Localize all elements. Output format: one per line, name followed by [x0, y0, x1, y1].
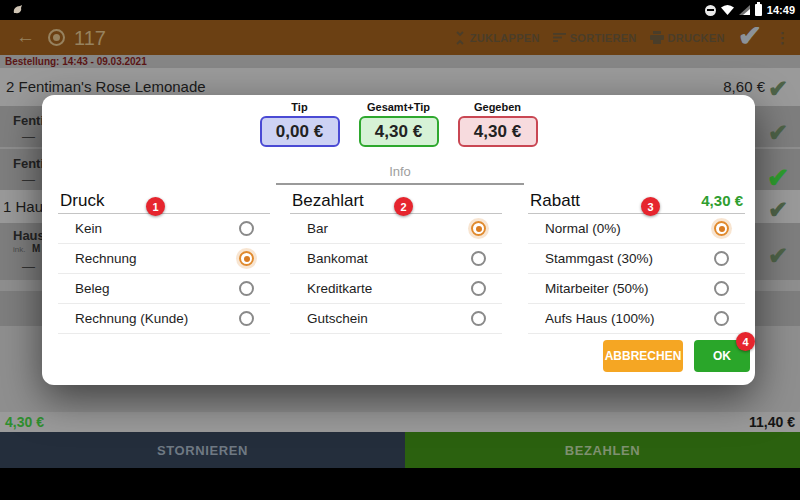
amount-boxes: Tip 0,00 € Gesamt+Tip 4,30 € Gegeben 4,3… [42, 101, 755, 147]
subitem-name: Haus [13, 228, 45, 243]
step-badge-1: 1 [146, 197, 165, 216]
info-input[interactable] [276, 159, 524, 185]
battery-icon [755, 4, 762, 16]
subitem-name: Fenti [13, 156, 44, 171]
table-icon [48, 29, 65, 46]
pos-app-screen: 14:49 ← 117 ZUKLAPPEN SORTIEREN [0, 0, 800, 500]
radio-unselected-icon[interactable] [239, 311, 254, 326]
radio-selected-icon[interactable] [239, 251, 254, 266]
step-badge-4: 4 [736, 332, 755, 351]
subitem-dash: — [22, 172, 35, 187]
subtotal-value: 4,30 € [5, 414, 44, 430]
total-plus-tip-input[interactable]: 4,30 € [359, 116, 439, 147]
radio-option-aufs-haus[interactable]: Aufs Haus (100%) [528, 304, 745, 334]
bezahlen-button[interactable]: BEZAHLEN [405, 432, 800, 468]
radio-unselected-icon[interactable] [471, 251, 486, 266]
print-action-label: DRUCKEN [668, 32, 725, 44]
option-label: Mitarbeiter (50%) [545, 281, 649, 296]
option-label: Kreditkarte [307, 281, 372, 296]
item-price: 8,60 € [723, 78, 765, 95]
item-check-icon[interactable]: ✔ [763, 119, 793, 147]
totals-bar: 4,30 € 11,40 € [0, 412, 800, 432]
radio-unselected-icon[interactable] [239, 281, 254, 296]
option-label: Beleg [75, 281, 110, 296]
subitem-meta: M [32, 243, 40, 254]
radio-option-rechnung[interactable]: Rechnung [58, 244, 270, 274]
order-header-label: Bestellung: 14:43 - 09.03.2021 [5, 56, 147, 67]
radio-option-normal[interactable]: Normal (0%) [528, 214, 745, 244]
status-time: 14:49 [767, 4, 795, 16]
total-plus-tip-label: Gesamt+Tip [367, 101, 430, 113]
item-check-icon-highlighted[interactable]: ✔ [763, 162, 793, 194]
do-not-disturb-icon [705, 5, 716, 16]
subitem-meta: ink. [13, 245, 25, 254]
option-label: Rechnung (Kunde) [75, 311, 188, 326]
radio-unselected-icon[interactable] [714, 311, 729, 326]
signal-icon [739, 5, 750, 15]
option-label: Aufs Haus (100%) [545, 311, 655, 326]
tip-input[interactable]: 0,00 € [260, 116, 340, 147]
sort-action-button[interactable]: SORTIEREN [553, 32, 637, 44]
step-badge-3: 3 [641, 197, 660, 216]
step-badge-2: 2 [394, 197, 413, 216]
unfold-less-icon [454, 31, 466, 45]
stornieren-button[interactable]: STORNIEREN [0, 432, 405, 468]
order-header-bar: Bestellung: 14:43 - 09.03.2021 [0, 55, 800, 68]
back-arrow-icon[interactable]: ← [16, 26, 35, 48]
wifi-icon [721, 5, 734, 15]
given-input[interactable]: 4,30 € [458, 116, 538, 147]
cancel-button[interactable]: ABBRECHEN [603, 340, 683, 372]
radio-option-kreditkarte[interactable]: Kreditkarte [290, 274, 502, 304]
given-field-group: Gegeben 4,30 € [458, 101, 538, 147]
option-label: Bar [307, 221, 328, 236]
subitem-dash: — [22, 129, 35, 144]
option-label: Bankomat [307, 251, 368, 266]
item-check-icon[interactable]: ✔ [763, 242, 793, 270]
payment-dialog: Tip 0,00 € Gesamt+Tip 4,30 € Gegeben 4,3… [42, 95, 755, 385]
tip-label: Tip [291, 101, 307, 113]
android-nav-bar [0, 468, 800, 500]
total-value: 11,40 € [749, 414, 795, 430]
radio-option-kein[interactable]: Kein [58, 214, 270, 244]
option-label: Kein [75, 221, 102, 236]
radio-unselected-icon[interactable] [714, 281, 729, 296]
section-title: Druck [60, 191, 104, 211]
radio-unselected-icon[interactable] [239, 221, 254, 236]
radio-unselected-icon[interactable] [471, 311, 486, 326]
radio-selected-icon[interactable] [714, 221, 729, 236]
radio-option-stammgast[interactable]: Stammgast (30%) [528, 244, 745, 274]
radio-option-rechnung-kunde[interactable]: Rechnung (Kunde) [58, 304, 270, 334]
item-check-icon[interactable]: ✔ [763, 75, 793, 103]
section-title: Bezahlart [292, 191, 364, 211]
option-label: Stammgast (30%) [545, 251, 653, 266]
discount-section: Rabatt 4,30 € Normal (0%) Stammgast (30%… [528, 188, 745, 334]
notification-icon [12, 4, 24, 16]
tip-field-group: Tip 0,00 € [260, 101, 340, 147]
section-title: Rabatt [530, 191, 580, 211]
subitem-dash: — [22, 259, 35, 274]
radio-option-beleg[interactable]: Beleg [58, 274, 270, 304]
printer-icon [650, 31, 664, 44]
subitem-name: Fenti [13, 113, 44, 128]
radio-unselected-icon[interactable] [714, 251, 729, 266]
overflow-menu-icon[interactable]: ⋮ [775, 29, 790, 47]
radio-option-bar[interactable]: Bar [290, 214, 502, 244]
radio-option-gutschein[interactable]: Gutschein [290, 304, 502, 334]
radio-selected-icon[interactable] [471, 221, 486, 236]
collapse-action-button[interactable]: ZUKLAPPEN [454, 31, 540, 45]
print-action-button[interactable]: DRUCKEN [650, 31, 725, 44]
item-name: 2 Fentiman's Rose Lemonade [6, 78, 206, 95]
collapse-action-label: ZUKLAPPEN [470, 32, 540, 44]
discount-amount: 4,30 € [701, 192, 743, 209]
sort-action-label: SORTIEREN [570, 32, 637, 44]
radio-option-bankomat[interactable]: Bankomat [290, 244, 502, 274]
given-label: Gegeben [474, 101, 521, 113]
radio-unselected-icon[interactable] [471, 281, 486, 296]
table-number: 117 [74, 27, 106, 50]
confirm-check-icon[interactable]: ✔ [738, 19, 762, 54]
item-check-icon[interactable]: ✔ [763, 196, 793, 224]
option-label: Rechnung [75, 251, 137, 266]
radio-option-mitarbeiter[interactable]: Mitarbeiter (50%) [528, 274, 745, 304]
discount-section-header: Rabatt 4,30 € [528, 188, 745, 214]
sort-icon [553, 32, 566, 43]
